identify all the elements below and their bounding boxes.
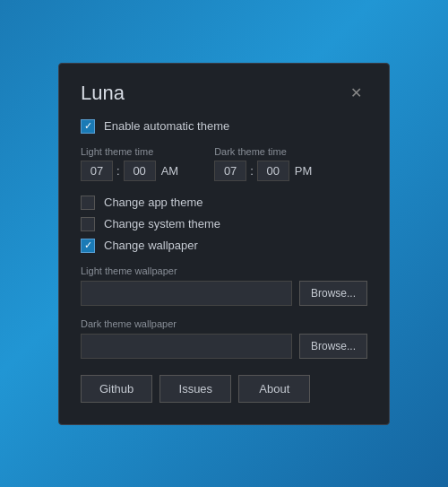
time-section: Light theme time : AM Dark theme time : … <box>81 146 367 181</box>
github-button[interactable]: Github <box>81 375 152 403</box>
light-time-inputs: : AM <box>81 161 178 181</box>
light-time-colon: : <box>116 164 120 178</box>
change-system-theme-label: Change system theme <box>104 217 220 230</box>
footer-buttons: Github Issues About <box>81 375 367 403</box>
light-time-label: Light theme time <box>81 146 178 157</box>
change-system-theme-checkbox[interactable]: ✓ <box>81 217 95 231</box>
dark-hour-input[interactable] <box>214 161 246 181</box>
change-app-theme-label: Change app theme <box>104 196 203 209</box>
change-app-theme-row: ✓ Change app theme <box>81 196 367 210</box>
close-button[interactable]: ✕ <box>345 84 367 102</box>
dark-time-group: Dark theme time : PM <box>214 146 312 181</box>
title-bar: Luna ✕ <box>81 82 367 105</box>
light-wallpaper-input[interactable] <box>81 281 292 306</box>
about-button[interactable]: About <box>238 375 310 403</box>
auto-theme-label: Enable automatic theme <box>104 119 229 133</box>
light-hour-input[interactable] <box>81 161 113 181</box>
change-wallpaper-row: ✓ Change wallpaper <box>81 239 367 253</box>
dark-time-colon: : <box>250 164 254 178</box>
light-minute-input[interactable] <box>124 161 156 181</box>
dark-time-label: Dark theme time <box>214 146 312 157</box>
auto-theme-checkmark: ✓ <box>84 121 92 131</box>
light-wallpaper-label: Light theme wallpaper <box>81 265 367 276</box>
change-wallpaper-checkmark: ✓ <box>84 240 92 250</box>
dark-wallpaper-row: Browse... <box>81 334 367 359</box>
change-wallpaper-checkbox[interactable]: ✓ <box>81 239 95 253</box>
light-wallpaper-row: Browse... <box>81 281 367 306</box>
dark-time-ampm: PM <box>295 164 313 178</box>
dark-browse-button[interactable]: Browse... <box>299 334 367 359</box>
dark-minute-input[interactable] <box>257 161 289 181</box>
auto-theme-row: ✓ Enable automatic theme <box>81 119 367 134</box>
auto-theme-checkbox[interactable]: ✓ <box>81 119 95 134</box>
dark-time-inputs: : PM <box>214 161 312 181</box>
change-app-theme-checkbox[interactable]: ✓ <box>81 196 95 210</box>
dark-wallpaper-section: Dark theme wallpaper Browse... <box>81 318 367 359</box>
issues-button[interactable]: Issues <box>159 375 231 403</box>
light-browse-button[interactable]: Browse... <box>299 281 367 306</box>
dark-wallpaper-label: Dark theme wallpaper <box>81 318 367 329</box>
light-wallpaper-section: Light theme wallpaper Browse... <box>81 265 367 306</box>
change-wallpaper-label: Change wallpaper <box>104 239 198 252</box>
light-time-ampm: AM <box>161 164 179 178</box>
light-time-group: Light theme time : AM <box>81 146 178 181</box>
change-system-theme-row: ✓ Change system theme <box>81 217 367 231</box>
window-title: Luna <box>81 82 125 105</box>
options-section: ✓ Change app theme ✓ Change system theme… <box>81 196 367 253</box>
dark-wallpaper-input[interactable] <box>81 334 292 359</box>
main-window: Luna ✕ ✓ Enable automatic theme Light th… <box>58 63 390 425</box>
